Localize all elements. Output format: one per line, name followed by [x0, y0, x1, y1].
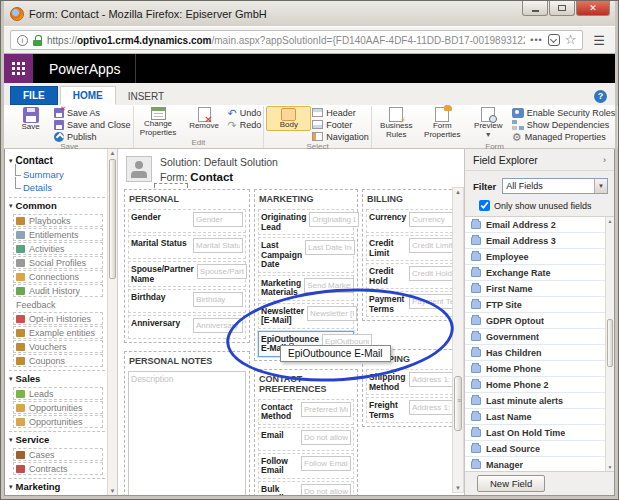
scrollbar-thumb[interactable]: [109, 159, 116, 279]
form-canvas[interactable]: PERSONAL Gender Marital Status: [124, 189, 451, 495]
minimize-button[interactable]: [522, 1, 548, 16]
form-field[interactable]: Marital Status: [128, 235, 246, 259]
change-properties-button[interactable]: Change Properties: [136, 106, 181, 137]
form-field[interactable]: Gender: [128, 209, 246, 233]
page-actions-icon[interactable]: •••: [530, 35, 542, 45]
sidebar-item[interactable]: Leads: [13, 387, 103, 400]
field-input[interactable]: [305, 240, 355, 255]
new-field-button[interactable]: New Field: [477, 475, 545, 492]
save-and-close-button[interactable]: Save and Close: [54, 119, 131, 130]
section-marketing[interactable]: MARKETING Originating Lead Last Campai: [254, 189, 358, 361]
unused-fields-checkbox[interactable]: [479, 200, 490, 211]
sidebar-scrollbar[interactable]: ▲ ▼: [107, 149, 117, 495]
sidebar-item[interactable]: Entitlements: [13, 228, 103, 241]
field-input[interactable]: [301, 484, 351, 496]
form-field[interactable]: Currency: [366, 209, 458, 233]
bookmark-star-icon[interactable]: ☆: [565, 34, 577, 46]
chevron-down-icon[interactable]: ▼: [594, 179, 607, 193]
sidebar-section-header[interactable]: ▾Common: [9, 197, 105, 213]
form-field[interactable]: Shipping Method: [366, 369, 458, 395]
field-input[interactable]: [409, 238, 455, 253]
field-input[interactable]: [409, 400, 455, 415]
site-info-icon[interactable]: i: [17, 35, 28, 46]
sidebar-item[interactable]: Playbooks: [13, 214, 103, 227]
business-rules-button[interactable]: Business Rules: [374, 106, 419, 139]
scrollbar-thumb[interactable]: [454, 376, 462, 431]
field-input[interactable]: [193, 238, 243, 253]
field-list-item[interactable]: Home Phone: [465, 361, 605, 377]
form-field[interactable]: Last Campaign Date: [258, 237, 354, 273]
sidebar-item[interactable]: Social Profiles: [13, 256, 103, 269]
app-launcher-button[interactable]: [4, 54, 33, 83]
form-scrollbar[interactable]: ▲ ▼: [452, 187, 464, 493]
sidebar-section-header[interactable]: ▾Service: [9, 431, 105, 447]
maximize-button[interactable]: [549, 1, 575, 16]
field-input[interactable]: [193, 212, 243, 227]
field-list-item[interactable]: Manager: [465, 457, 605, 471]
redo-button[interactable]: ↷Redo: [228, 119, 262, 130]
form-field[interactable]: Freight Terms: [366, 397, 458, 423]
form-field[interactable]: Birthday: [128, 289, 246, 313]
field-input[interactable]: [301, 402, 351, 417]
field-list-item[interactable]: Home Phone 2: [465, 377, 605, 393]
field-input[interactable]: [197, 264, 247, 279]
field-list-item[interactable]: Last Name: [465, 409, 605, 425]
description-field[interactable]: [128, 371, 246, 495]
field-input[interactable]: [409, 294, 455, 309]
field-list-item[interactable]: Exchange Rate: [465, 265, 605, 281]
sidebar-item[interactable]: Opportunities: [13, 415, 103, 428]
navigation-button[interactable]: Navigation: [312, 131, 369, 142]
field-list-item[interactable]: FTP Site: [465, 297, 605, 313]
sidebar-item[interactable]: Vouchers: [13, 340, 103, 353]
form-field[interactable]: Originating Lead: [258, 209, 354, 235]
remove-button[interactable]: Remove: [182, 106, 227, 131]
scroll-down-icon[interactable]: ▼: [453, 485, 463, 491]
header-button[interactable]: Header: [312, 107, 369, 118]
scroll-up-icon[interactable]: ▲: [606, 218, 614, 224]
enable-security-roles-button[interactable]: Enable Security Roles: [512, 107, 616, 118]
field-input[interactable]: [304, 278, 354, 293]
field-input[interactable]: [193, 318, 243, 333]
url-bar[interactable]: i https://optivo1.crm4.dynamics.com/main…: [10, 30, 583, 50]
sidebar-section-header[interactable]: ▾Sales: [9, 370, 105, 386]
tab-insert[interactable]: INSERT: [116, 88, 177, 105]
field-input[interactable]: [309, 212, 359, 227]
sidebar-item[interactable]: Cases: [13, 448, 103, 461]
scroll-up-icon[interactable]: ▲: [108, 150, 117, 156]
field-list-item[interactable]: Has Children: [465, 345, 605, 361]
section-personal-notes[interactable]: PERSONAL NOTES: [124, 351, 250, 495]
sidebar-item[interactable]: Coupons: [13, 354, 103, 367]
footer-button[interactable]: Footer: [312, 119, 369, 130]
form-field[interactable]: Contact Method: [258, 399, 354, 425]
field-list-item[interactable]: Last On Hold Time: [465, 425, 605, 441]
window-titlebar[interactable]: Form: Contact - Mozilla Firefox: Episerv…: [4, 1, 615, 26]
field-list-item[interactable]: Lead Source: [465, 441, 605, 457]
section-personal[interactable]: PERSONAL Gender Marital Status: [124, 189, 250, 343]
save-as-button[interactable]: Save As: [54, 107, 131, 118]
section-billing[interactable]: BILLING Currency Credit Limit: [362, 189, 462, 321]
scrollbar-thumb[interactable]: [607, 319, 613, 367]
field-input[interactable]: [409, 372, 455, 387]
tab-file[interactable]: FILE: [10, 86, 58, 105]
sidebar-item[interactable]: Activities: [13, 242, 103, 255]
collapse-chevron-icon[interactable]: ›: [603, 155, 606, 165]
sidebar-item[interactable]: Connections: [13, 270, 103, 283]
form-field[interactable]: Credit Limit: [366, 235, 458, 261]
field-input[interactable]: [409, 266, 455, 281]
save-button[interactable]: Save: [8, 106, 53, 132]
section-contact-preferences[interactable]: CONTACT PREFERENCES Contact Method Ema: [254, 369, 358, 496]
form-field[interactable]: Anniversary: [128, 315, 246, 339]
show-dependencies-button[interactable]: Show Dependencies: [512, 119, 616, 130]
form-field[interactable]: Follow Email: [258, 453, 354, 479]
scroll-up-icon[interactable]: ▲: [453, 189, 463, 195]
undo-button[interactable]: ↶Undo: [228, 107, 262, 118]
field-list-item[interactable]: Employee: [465, 249, 605, 265]
field-list-item[interactable]: Last minute alerts: [465, 393, 605, 409]
sidebar-item[interactable]: Audit History: [13, 284, 103, 297]
field-input[interactable]: [193, 292, 243, 307]
form-field[interactable]: Newsletter [E-Mail]: [258, 303, 354, 329]
hamburger-menu-icon[interactable]: ☰: [589, 33, 609, 48]
sidebar-view-summary[interactable]: Summary: [9, 168, 105, 181]
field-input[interactable]: [307, 306, 357, 321]
pocket-icon[interactable]: [548, 34, 560, 46]
